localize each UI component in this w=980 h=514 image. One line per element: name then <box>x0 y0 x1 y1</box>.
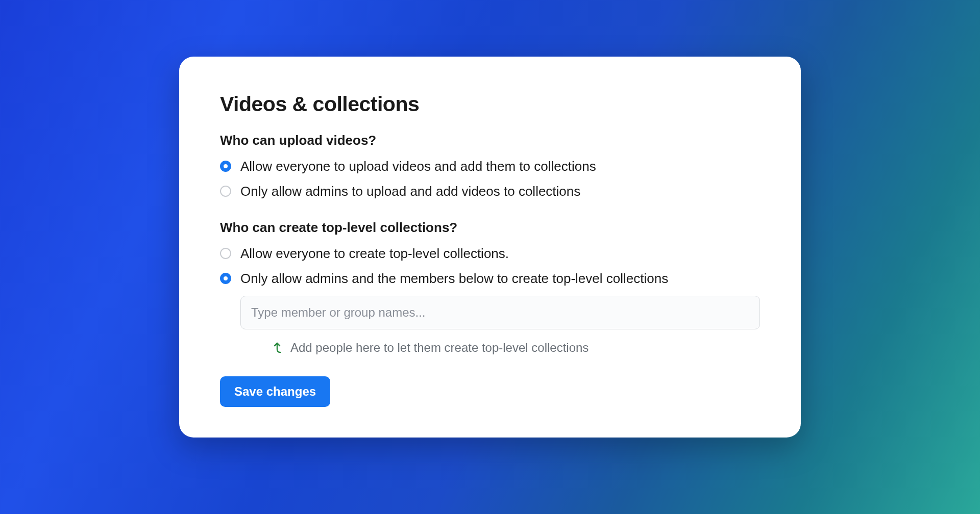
collections-option-admins[interactable]: Only allow admins and the members below … <box>220 271 760 287</box>
radio-icon <box>220 248 231 259</box>
radio-icon <box>220 161 231 172</box>
collections-radio-group: Allow everyone to create top-level colle… <box>220 246 760 355</box>
member-input-wrapper: Add people here to let them create top-l… <box>240 296 760 355</box>
upload-section: Who can upload videos? Allow everyone to… <box>220 133 760 199</box>
radio-label: Allow everyone to upload videos and add … <box>240 159 596 174</box>
radio-icon <box>220 186 231 197</box>
collections-option-everyone[interactable]: Allow everyone to create top-level colle… <box>220 246 760 262</box>
member-input[interactable] <box>240 296 760 329</box>
collections-section-title: Who can create top-level collections? <box>220 220 760 236</box>
upload-option-everyone[interactable]: Allow everyone to upload videos and add … <box>220 159 760 174</box>
radio-icon <box>220 273 231 284</box>
radio-label: Only allow admins to upload and add vide… <box>240 184 580 199</box>
upload-radio-group: Allow everyone to upload videos and add … <box>220 159 760 199</box>
card-title: Videos & collections <box>220 92 760 116</box>
radio-label: Only allow admins and the members below … <box>240 271 668 287</box>
upload-section-title: Who can upload videos? <box>220 133 760 148</box>
collections-section: Who can create top-level collections? Al… <box>220 220 760 355</box>
settings-card: Videos & collections Who can upload vide… <box>179 57 801 438</box>
curved-arrow-icon <box>271 341 283 354</box>
help-text: Add people here to let them create top-l… <box>290 341 589 355</box>
help-row: Add people here to let them create top-l… <box>271 341 760 355</box>
radio-label: Allow everyone to create top-level colle… <box>240 246 509 262</box>
upload-option-admins[interactable]: Only allow admins to upload and add vide… <box>220 184 760 199</box>
save-button[interactable]: Save changes <box>220 376 330 407</box>
